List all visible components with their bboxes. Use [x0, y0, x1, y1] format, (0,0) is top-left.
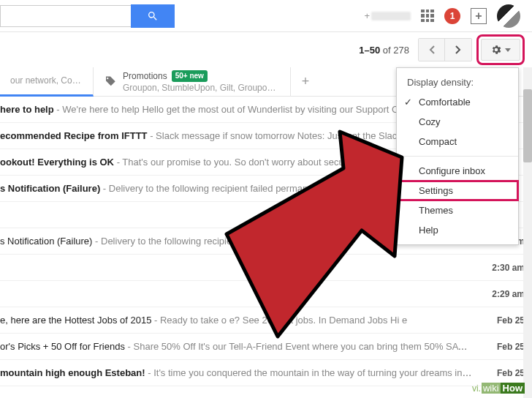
email-snippet: - Ready to take o e? See 2015 st jobs. I… [151, 315, 407, 326]
chevron-right-icon [455, 45, 461, 54]
prev-page-button[interactable] [419, 39, 445, 61]
density-cozy[interactable]: Cozy [397, 112, 518, 132]
email-time: 2:30 am [474, 263, 525, 273]
email-subject: s Notification (Failure) [0, 236, 92, 247]
share-button[interactable]: + [471, 8, 487, 24]
email-subject: s Notification (Failure) [0, 183, 100, 194]
email-snippet: - Delivery to the following recipient fa… [100, 183, 368, 194]
chevron-left-icon [429, 45, 435, 54]
email-time: Feb 25 [474, 315, 525, 326]
email-row[interactable]: e, here are the Hottest Jobs of 2015 - R… [0, 307, 532, 334]
settings-gear-button[interactable] [481, 39, 520, 61]
toolbar: 1–50 of 278 [0, 32, 532, 67]
pagination-nav [418, 38, 472, 61]
search-button[interactable] [131, 4, 175, 28]
add-tab-button[interactable]: + [291, 74, 320, 89]
density-compact[interactable]: Compact [397, 132, 518, 151]
wikihow-watermark: vi.wikiHow [472, 383, 525, 394]
search-icon [147, 10, 159, 22]
email-row[interactable]: 2:30 am [0, 255, 532, 281]
email-subject: ookout! Everything is OK [0, 157, 114, 168]
email-row[interactable]: or's Picks + 50 Off for Friends - Share … [0, 334, 532, 360]
header-bar: + 1 + [0, 0, 532, 32]
density-comfortable[interactable]: Comfortable [397, 92, 518, 112]
pagination-info: 1–50 of 278 [359, 45, 409, 56]
search [0, 4, 175, 28]
apps-icon[interactable] [421, 10, 434, 23]
email-snippet: - That's our promise to you. So don't wo… [114, 157, 436, 168]
menu-help[interactable]: Help [397, 220, 518, 240]
dropdown-heading: Display density: [397, 72, 518, 92]
avatar[interactable] [497, 4, 520, 28]
email-subject: ecommended Recipe from IFTTT [0, 130, 148, 141]
email-time: Feb 25 [474, 342, 525, 352]
next-page-button[interactable] [445, 39, 471, 61]
email-time: Feb 25 [474, 368, 525, 378]
menu-configure-inbox[interactable]: Configure inbox [397, 161, 518, 181]
caret-down-icon [505, 48, 511, 52]
header-actions: + 1 + [364, 4, 520, 28]
email-subject: mountain high enough Esteban! [0, 367, 145, 378]
email-time: 2:29 am [474, 289, 525, 299]
email-subject: or's Picks + 50 Off for Friends [0, 341, 125, 352]
scrollbar[interactable] [523, 67, 532, 398]
gear-icon [490, 44, 502, 56]
email-snippet: - We're here to help Hello get the most … [54, 104, 404, 115]
tab-social[interactable]: our network, Couchsurfin… [0, 67, 94, 97]
scrollbar-thumb[interactable] [523, 89, 532, 162]
notifications-badge[interactable]: 1 [444, 8, 460, 24]
email-snippet: - It's time you conquered the mountain i… [145, 367, 474, 378]
dropdown-separator [397, 156, 518, 157]
google-plus-label[interactable]: + [364, 10, 411, 21]
tag-icon [104, 75, 117, 89]
email-subject: here to help [0, 104, 54, 115]
search-input[interactable] [0, 5, 132, 27]
email-snippet: - Delivery to the following recipient fa… [92, 236, 332, 247]
settings-dropdown: Display density: Comfortable Cozy Compac… [396, 67, 519, 245]
new-badge: 50+ new [172, 70, 208, 82]
tab-promotions[interactable]: Promotions50+ new Groupon, StumbleUpon, … [94, 67, 291, 97]
menu-themes[interactable]: Themes [397, 200, 518, 220]
email-snippet: - Share 50% Off It's our Tell-A-Friend E… [125, 341, 474, 352]
email-row[interactable]: 2:29 am [0, 281, 532, 307]
menu-settings[interactable]: Settings [397, 181, 518, 200]
email-row[interactable]: mountain high enough Esteban! - It's tim… [0, 360, 532, 386]
email-subject: e, here are the Hottest Jobs of 2015 [0, 315, 151, 326]
